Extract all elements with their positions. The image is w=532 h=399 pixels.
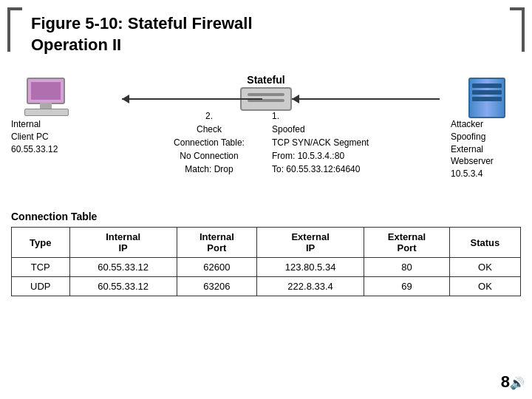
cell-int-port-2: 63206 — [177, 277, 256, 296]
cell-status-1: OK — [449, 258, 520, 277]
cell-status-2: OK — [449, 277, 520, 296]
cell-ext-port-1: 80 — [364, 258, 450, 277]
connection-table-section: Connection Table Type InternalIP Interna… — [11, 211, 521, 296]
cell-type-2: UDP — [12, 277, 70, 296]
cell-ext-port-2: 69 — [364, 277, 450, 296]
cell-int-ip-1: 60.55.33.12 — [69, 258, 177, 277]
bracket-top-left — [7, 7, 22, 52]
bracket-top-right — [510, 7, 525, 52]
arrow-left — [122, 98, 262, 100]
cell-int-port-1: 62600 — [177, 258, 256, 277]
table-row: TCP 60.55.33.12 62600 123.80.5.34 80 OK — [12, 258, 521, 277]
slide-title: Figure 5-10: Stateful Firewall Operation… — [31, 13, 253, 55]
col-header-external-port: ExternalPort — [364, 228, 450, 258]
col-header-type: Type — [12, 228, 70, 258]
client-pc-icon — [21, 78, 76, 118]
title-line2: Operation II — [31, 35, 121, 54]
cell-type-1: TCP — [12, 258, 70, 277]
col-header-external-ip: ExternalIP — [257, 228, 364, 258]
speaker-icon: 🔊 — [510, 376, 525, 390]
cell-int-ip-2: 60.55.33.12 — [69, 277, 177, 296]
step2-label: 2.CheckConnection Table:No ConnectionMat… — [161, 109, 257, 176]
table-header-row: Type InternalIP InternalPort ExternalIP … — [12, 228, 521, 258]
cell-ext-ip-1: 123.80.5.34 — [257, 258, 364, 277]
step1-label: 1.SpoofedTCP SYN/ACK SegmentFrom: 10.5.3… — [272, 109, 412, 176]
connection-table: Type InternalIP InternalPort ExternalIP … — [11, 227, 521, 296]
table-row: UDP 60.55.33.12 63206 222.8.33.4 69 OK — [12, 277, 521, 296]
attacker-label: AttackerSpoofingExternalWebserver10.5.3.… — [451, 118, 525, 180]
title-line1: Figure 5-10: Stateful Firewall — [31, 14, 253, 33]
internal-client-label: InternalClient PC60.55.33.12 — [11, 118, 85, 155]
col-header-internal-port: InternalPort — [177, 228, 256, 258]
cell-ext-ip-2: 222.8.33.4 — [257, 277, 364, 296]
page-number: 8 — [501, 372, 510, 392]
col-header-internal-ip: InternalIP — [69, 228, 177, 258]
col-header-status: Status — [449, 228, 520, 258]
connection-table-title: Connection Table — [11, 211, 521, 222]
arrow-right — [292, 98, 440, 100]
